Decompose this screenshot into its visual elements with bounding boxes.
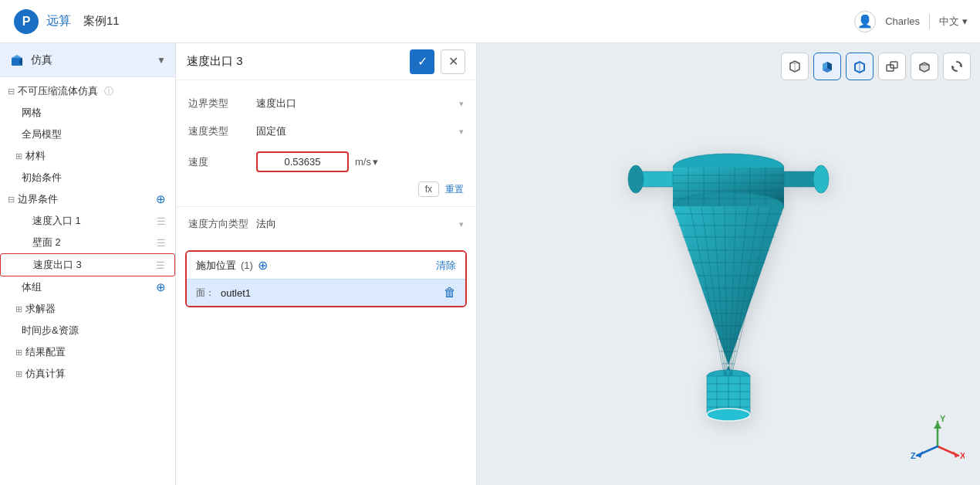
sidebar-item-initial-condition[interactable]: 初始条件 (0, 167, 175, 188)
sidebar-item-body-group[interactable]: 体组 ⊕ (0, 276, 175, 298)
svg-point-22 (813, 165, 829, 193)
menu-icon[interactable]: ☰ (157, 215, 166, 227)
velocity-direction-row: 速度方向类型 法向 ▾ (176, 210, 476, 238)
axis-indicator: X Y Z (911, 415, 965, 470)
3d-viewport: X Y Z (477, 43, 980, 485)
sidebar-item-label: 速度入口 1 (32, 214, 152, 228)
velocity-direction-value: 法向 (256, 217, 453, 231)
sidebar-item-label: 结果配置 (25, 345, 66, 359)
sidebar-item-label: 仿真计算 (25, 367, 66, 381)
sidebar-item-incompressible[interactable]: ⊟ 不可压缩流体仿真 ⓘ (0, 80, 175, 102)
sidebar-item-label: 体组 (22, 280, 151, 294)
case-title: 案例11 (83, 14, 120, 29)
velocity-unit: m/s ▾ (355, 156, 378, 168)
sidebar-title: 仿真 (31, 53, 52, 67)
user-name: Charles (885, 15, 920, 27)
sidebar-item-velocity-outlet-3[interactable]: 速度出口 3 ☰ (0, 253, 175, 276)
boundary-type-label: 边界类型 (188, 97, 250, 110)
sidebar-item-label: 网格 (22, 106, 166, 120)
sidebar-item-label: 时间步&资源 (22, 324, 166, 337)
velocity-type-value: 固定值 (256, 124, 453, 138)
panel-body: 边界类型 速度出口 ▾ 速度类型 固定值 ▾ 速度 m/s ▾ (176, 80, 476, 485)
sidebar-item-label: 速度出口 3 (33, 258, 151, 272)
expand-icon: ⊞ (15, 304, 22, 314)
add-body-icon[interactable]: ⊕ (156, 280, 166, 294)
sidebar-item-mesh[interactable]: 网格 (0, 102, 175, 124)
expand-icon: ⊞ (15, 369, 22, 379)
location-face-label: 面： (196, 287, 215, 300)
velocity-input[interactable] (256, 151, 349, 172)
velocity-type-dropdown-icon[interactable]: ▾ (459, 127, 464, 137)
divider (176, 206, 476, 207)
sidebar-item-time-resource[interactable]: 时间步&资源 (0, 320, 175, 341)
sidebar-item-sim-calc[interactable]: ⊞ 仿真计算 (0, 363, 175, 385)
velocity-direction-dropdown-icon[interactable]: ▾ (459, 219, 464, 229)
add-boundary-icon[interactable]: ⊕ (156, 192, 166, 206)
properties-panel: 速度出口 3 ✓ ✕ 边界类型 速度出口 ▾ 速度类型 固定值 ▾ 速度 (176, 43, 477, 485)
close-button[interactable]: ✕ (441, 49, 465, 74)
y-axis-label: Y (940, 415, 946, 423)
sidebar-item-label: 不可压缩流体仿真 (18, 84, 98, 98)
svg-marker-3 (12, 55, 22, 58)
boundary-type-value: 速度出口 (256, 97, 453, 110)
velocity-unit-dropdown-icon[interactable]: ▾ (373, 156, 378, 168)
logo: P 远算 (12, 8, 71, 36)
sidebar-tree: ⊟ 不可压缩流体仿真 ⓘ 网格 全局模型 ⊞ 材料 初始条件 (0, 77, 175, 485)
sidebar-collapse-icon[interactable]: ▼ (157, 55, 166, 66)
velocity-label: 速度 (188, 155, 250, 169)
user-avatar-icon: 👤 (854, 11, 876, 32)
sidebar-item-label: 边界条件 (18, 192, 58, 206)
svg-point-64 (707, 409, 750, 421)
location-header: 施加位置 (1) ⊕ 清除 (187, 252, 465, 279)
sidebar-item-label: 材料 (25, 149, 46, 163)
sidebar-item-material[interactable]: ⊞ 材料 (0, 145, 175, 167)
menu-icon[interactable]: ☰ (157, 237, 166, 249)
header-right: 👤 Charles 中文 ▾ (854, 11, 968, 32)
velocity-type-row: 速度类型 固定值 ▾ (176, 117, 476, 145)
header-divider (929, 14, 930, 29)
expand-icon: ⊞ (15, 151, 22, 161)
sidebar-item-label: 全局模型 (22, 127, 166, 141)
sidebar-item-boundary-condition[interactable]: ⊟ 边界条件 ⊕ (0, 188, 175, 210)
clear-button[interactable]: 清除 (436, 259, 456, 273)
sidebar-item-wall-2[interactable]: 壁面 2 ☰ (0, 232, 175, 253)
sidebar: 仿真 ▼ ⊟ 不可压缩流体仿真 ⓘ 网格 全局模型 ⊞ 材料 (0, 43, 176, 485)
expand-icon: ⊞ (15, 348, 22, 358)
z-axis-label: Z (911, 451, 916, 460)
delete-location-button[interactable]: 🗑 (444, 286, 456, 300)
x-axis-label: X (960, 451, 965, 460)
sidebar-item-velocity-inlet-1[interactable]: 速度入口 1 ☰ (0, 210, 175, 232)
logo-text: 远算 (46, 13, 71, 29)
info-icon: ⓘ (104, 85, 113, 98)
canvas-area: X Y Z (477, 43, 980, 485)
location-item[interactable]: 面： outlet1 🗑 (187, 279, 465, 306)
language-selector[interactable]: 中文 ▾ (939, 15, 968, 29)
svg-point-21 (628, 165, 644, 193)
sidebar-item-result-config[interactable]: ⊞ 结果配置 (0, 341, 175, 363)
reset-button[interactable]: 重置 (445, 183, 464, 196)
fx-button[interactable]: fx (418, 181, 439, 197)
sidebar-item-label: 求解器 (25, 302, 56, 316)
sidebar-item-label: 初始条件 (22, 171, 166, 185)
velocity-direction-label: 速度方向类型 (188, 217, 250, 231)
expand-icon: ⊟ (8, 195, 15, 205)
add-location-icon[interactable]: ⊕ (258, 258, 268, 273)
boundary-type-row: 边界类型 速度出口 ▾ (176, 90, 476, 117)
sidebar-header: 仿真 ▼ (0, 43, 175, 77)
svg-text:P: P (22, 15, 31, 28)
header: P 远算 案例11 👤 Charles 中文 ▾ (0, 0, 980, 43)
panel-actions: ✓ ✕ (410, 49, 465, 74)
location-header-left: 施加位置 (1) ⊕ (196, 258, 268, 273)
menu-icon[interactable]: ☰ (156, 259, 165, 271)
sidebar-item-global-model[interactable]: 全局模型 (0, 124, 175, 145)
location-count: (1) (241, 259, 253, 271)
sidebar-item-label: 壁面 2 (32, 236, 152, 249)
location-item-name: outlet1 (221, 287, 438, 299)
logo-icon: P (12, 8, 40, 36)
location-title: 施加位置 (196, 259, 236, 273)
boundary-type-dropdown-icon[interactable]: ▾ (459, 99, 464, 109)
confirm-button[interactable]: ✓ (410, 49, 434, 74)
language-label: 中文 (939, 15, 959, 29)
sidebar-item-solver[interactable]: ⊞ 求解器 (0, 298, 175, 320)
location-section: 施加位置 (1) ⊕ 清除 面： outlet1 🗑 (185, 250, 467, 307)
